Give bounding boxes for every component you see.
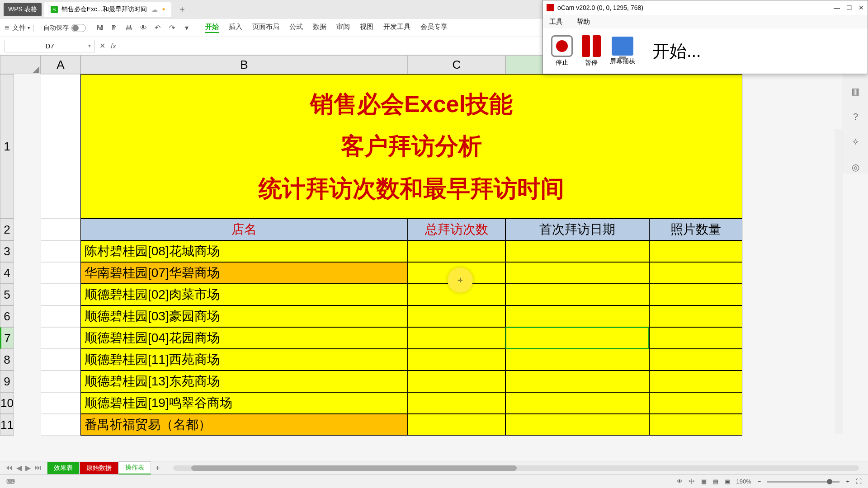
sidebar-target-icon[interactable]: ◎ xyxy=(849,161,862,174)
cell-first-date[interactable] xyxy=(505,284,649,305)
cell-first-date[interactable] xyxy=(505,414,649,436)
zoom-slider[interactable] xyxy=(767,481,840,483)
maximize-icon[interactable]: ☐ xyxy=(846,4,852,11)
cell-visits[interactable] xyxy=(408,349,505,371)
cell-store[interactable]: 顺德碧桂园[13]东苑商场 xyxy=(80,371,408,392)
file-menu[interactable]: 文件 ▾ xyxy=(12,23,30,32)
view-layout-icon[interactable]: ▤ xyxy=(713,478,718,485)
ocam-window[interactable]: oCam v202.0 (0, 0, 1295, 768) — ☐ ✕ 工具 帮… xyxy=(542,0,868,74)
name-box[interactable]: D7 ▼ xyxy=(5,40,95,52)
autosave-toggle[interactable]: 自动保存 xyxy=(43,24,86,32)
row-header-5[interactable]: 5 xyxy=(0,284,14,305)
cell-photos[interactable] xyxy=(649,262,742,284)
ocam-titlebar[interactable]: oCam v202.0 (0, 0, 1295, 768) — ☐ ✕ xyxy=(543,0,868,15)
ribbon-tab-insert[interactable]: 插入 xyxy=(229,23,242,33)
cell-first-date[interactable] xyxy=(505,327,649,349)
cell-visits[interactable] xyxy=(408,327,505,349)
spreadsheet-grid[interactable]: A B C D E F 1 2 3 4 5 6 7 8 9 10 11 销售必会… xyxy=(0,55,868,461)
cell-a1[interactable] xyxy=(41,74,80,219)
cell-a[interactable] xyxy=(41,305,80,327)
table-row[interactable]: 顺德碧桂园[19]鸣翠谷商场 xyxy=(41,392,742,414)
cell-photos[interactable] xyxy=(649,284,742,305)
new-tab-button[interactable]: + xyxy=(174,5,190,15)
row-header-11[interactable]: 11 xyxy=(0,414,14,436)
ribbon-tab-dev[interactable]: 开发工具 xyxy=(383,23,410,33)
sidebar-style-icon[interactable]: ▥ xyxy=(849,85,862,98)
cell-visits[interactable] xyxy=(408,371,505,392)
table-row[interactable]: 华南碧桂园[07]华碧商场 xyxy=(41,262,742,284)
toggle-icon[interactable] xyxy=(71,24,86,32)
print-icon[interactable]: 🖶 xyxy=(124,23,134,33)
cell-first-date[interactable] xyxy=(505,371,649,392)
cell-first-date[interactable] xyxy=(505,262,649,284)
table-row[interactable]: 番禺祈福贸易（名都） xyxy=(41,414,742,436)
cell-a2[interactable] xyxy=(41,219,80,240)
sidebar-help-icon[interactable]: ? xyxy=(849,110,862,123)
minimize-icon[interactable]: — xyxy=(834,4,840,11)
cell-store[interactable]: 顺德碧桂园[02]肉菜市场 xyxy=(80,284,408,305)
col-header-b[interactable]: B xyxy=(80,55,408,74)
horizontal-scrollbar[interactable] xyxy=(173,465,859,471)
cell-a[interactable] xyxy=(41,284,80,305)
first-sheet-icon[interactable]: ⏮ xyxy=(5,464,13,472)
prev-sheet-icon[interactable]: ◀ xyxy=(16,464,22,472)
cell-photos[interactable] xyxy=(649,305,742,327)
ocam-capture-button[interactable]: 屏幕捕获 xyxy=(610,37,635,66)
cell-a[interactable] xyxy=(41,327,80,349)
sheet-tab-result[interactable]: 效果表 xyxy=(47,462,80,474)
cell-a[interactable] xyxy=(41,392,80,414)
table-row[interactable]: 顺德碧桂园[02]肉菜市场 xyxy=(41,284,742,305)
cell-store[interactable]: 顺德碧桂园[19]鸣翠谷商场 xyxy=(80,392,408,414)
close-icon[interactable]: ✕ xyxy=(859,4,864,11)
header-visits[interactable]: 总拜访次数 xyxy=(408,219,505,240)
cell-a[interactable] xyxy=(41,349,80,371)
ribbon-tab-review[interactable]: 审阅 xyxy=(336,23,350,33)
row-header-8[interactable]: 8 xyxy=(0,349,14,371)
ribbon-tab-start[interactable]: 开始 xyxy=(205,23,219,33)
cell-photos[interactable] xyxy=(649,414,742,436)
hamburger-icon[interactable]: ≡ xyxy=(5,23,9,33)
cell-store[interactable]: 番禺祈福贸易（名都） xyxy=(80,414,408,436)
cell-photos[interactable] xyxy=(649,349,742,371)
cancel-formula-icon[interactable]: ✕ xyxy=(99,42,105,50)
row-header-9[interactable]: 9 xyxy=(0,371,14,392)
cell-visits[interactable] xyxy=(408,392,505,414)
row-header-3[interactable]: 3 xyxy=(0,240,14,262)
ribbon-tab-view[interactable]: 视图 xyxy=(360,23,373,33)
next-sheet-icon[interactable]: ▶ xyxy=(25,464,31,472)
cell-store[interactable]: 顺德碧桂园[04]花园商场 xyxy=(80,327,408,349)
print-preview-icon[interactable]: 👁 xyxy=(138,23,148,33)
cell-a[interactable] xyxy=(41,414,80,436)
table-row[interactable]: 顺德碧桂园[11]西苑商场 xyxy=(41,349,742,371)
zoom-level[interactable]: 190% xyxy=(736,478,751,485)
title-merged-cell[interactable]: 销售必会Excel技能 客户拜访分析 统计拜访次数和最早拜访时间 xyxy=(80,74,742,219)
cell-photos[interactable] xyxy=(649,392,742,414)
ocam-stop-button[interactable]: 停止 xyxy=(551,35,573,67)
row-header-2[interactable]: 2 xyxy=(0,219,14,240)
cell-visits[interactable] xyxy=(408,414,505,436)
table-row[interactable]: 陈村碧桂园[08]花城商场 xyxy=(41,240,742,262)
col-header-c[interactable]: C xyxy=(408,55,505,74)
header-first-date[interactable]: 首次拜访日期 xyxy=(505,219,649,240)
select-all-corner[interactable] xyxy=(0,55,41,74)
fx-icon[interactable]: fx xyxy=(111,42,116,50)
row-header-7[interactable]: 7 xyxy=(0,327,14,349)
save-icon[interactable]: 🖫 xyxy=(95,23,105,33)
cell-store[interactable]: 顺德碧桂园[03]豪园商场 xyxy=(80,305,408,327)
cell-a[interactable] xyxy=(41,262,80,284)
cell-a[interactable] xyxy=(41,371,80,392)
cell-first-date[interactable] xyxy=(505,349,649,371)
header-photos[interactable]: 照片数量 xyxy=(649,219,742,240)
cell-store[interactable]: 陈村碧桂园[08]花城商场 xyxy=(80,240,408,262)
header-store[interactable]: 店名 xyxy=(80,219,408,240)
eye-icon[interactable]: 👁 xyxy=(677,478,683,485)
cell-store[interactable]: 顺德碧桂园[11]西苑商场 xyxy=(80,349,408,371)
zoom-out-icon[interactable]: − xyxy=(758,478,761,485)
sidebar-ai-icon[interactable]: ✧ xyxy=(849,136,862,148)
ribbon-tab-formula[interactable]: 公式 xyxy=(289,23,303,33)
ribbon-tab-member[interactable]: 会员专享 xyxy=(420,23,448,33)
row-header-4[interactable]: 4 xyxy=(0,262,14,284)
document-tab[interactable]: S 销售必会Exc...和最早拜访时间 ☁ • xyxy=(44,2,171,17)
row-header-1[interactable]: 1 xyxy=(0,74,14,219)
chinese-icon[interactable]: 中 xyxy=(689,478,695,486)
